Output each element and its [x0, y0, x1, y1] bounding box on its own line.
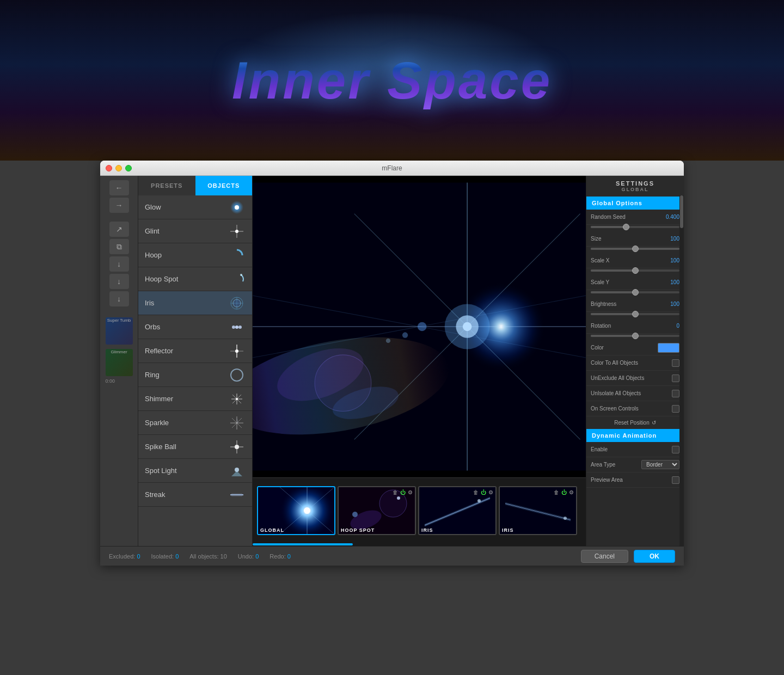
- ok-button[interactable]: OK: [634, 550, 675, 563]
- film-item-1[interactable]: 🗑 ⏻ ⚙ HOOP SPOT: [338, 486, 416, 535]
- scale-x-slider-row[interactable]: [586, 268, 684, 275]
- on-screen-checkbox[interactable]: [672, 405, 679, 413]
- object-item-reflector[interactable]: Reflector: [138, 339, 252, 363]
- svg-point-16: [231, 369, 243, 381]
- nav-export-button[interactable]: ↗: [109, 222, 129, 237]
- film-delete-1[interactable]: 🗑: [393, 489, 398, 495]
- nav-download3-button[interactable]: ↓: [109, 291, 129, 306]
- object-icon-iris: [228, 294, 246, 312]
- reset-position-row[interactable]: Reset Position ↺: [586, 416, 684, 429]
- object-label: Glint: [145, 227, 228, 235]
- scale-y-slider[interactable]: [591, 291, 679, 293]
- random-seed-slider[interactable]: [591, 226, 679, 228]
- rotation-slider-row[interactable]: [586, 334, 684, 340]
- copy-icon: ⧉: [117, 242, 122, 251]
- thumbnail-1[interactable]: Super Tumb: [106, 317, 133, 345]
- rotation-slider[interactable]: [591, 335, 679, 337]
- undo-status: Undo: 0: [238, 553, 259, 560]
- film-item-2[interactable]: 🗑 ⏻ ⚙ IRIS: [418, 486, 497, 535]
- object-icon-streak: [228, 486, 246, 504]
- film-power-2[interactable]: ⏻: [481, 489, 486, 495]
- enable-label: Enable: [591, 446, 672, 452]
- svg-point-65: [352, 512, 358, 517]
- filmstrip-scrollbar[interactable]: [253, 543, 586, 546]
- close-button[interactable]: [106, 165, 112, 171]
- size-value: 100: [663, 236, 679, 242]
- film-settings-3[interactable]: ⚙: [569, 489, 574, 495]
- object-item-spot-light[interactable]: Spot Light: [138, 459, 252, 483]
- unexclude-checkbox[interactable]: [672, 375, 679, 382]
- object-item-orbs[interactable]: Orbs: [138, 315, 252, 339]
- nav-forward-button[interactable]: →: [109, 198, 129, 213]
- nav-back-button[interactable]: ←: [109, 180, 129, 195]
- reset-position-label: Reset Position: [614, 420, 649, 426]
- film-delete-3[interactable]: 🗑: [554, 489, 559, 495]
- thumbnail-2[interactable]: Glimmer: [106, 349, 133, 376]
- film-thumb-1[interactable]: 🗑 ⏻ ⚙ HOOP SPOT: [338, 486, 416, 535]
- film-power-1[interactable]: ⏻: [400, 489, 406, 495]
- color-row[interactable]: Color: [586, 340, 684, 355]
- size-slider[interactable]: [591, 248, 679, 250]
- preview-canvas[interactable]: [253, 176, 586, 477]
- size-slider-row[interactable]: [586, 247, 684, 253]
- unisolate-checkbox[interactable]: [672, 390, 679, 397]
- nav-copy-button[interactable]: ⧉: [109, 239, 129, 254]
- tab-presets[interactable]: PRESETS: [138, 176, 195, 195]
- arrow-right-icon: →: [115, 201, 123, 210]
- object-item-spike-ball[interactable]: Spike Ball: [138, 435, 252, 459]
- film-settings-1[interactable]: ⚙: [408, 489, 413, 495]
- object-icon-hoop-spot: [228, 271, 246, 288]
- preview-area: GLOBAL 🗑 ⏻ ⚙ HOOP SPOT 🗑 ⏻ ⚙ IRIS: [253, 176, 586, 546]
- object-label: Iris: [145, 299, 228, 307]
- object-item-glow[interactable]: Glow: [138, 195, 252, 219]
- brightness-slider-row[interactable]: [586, 312, 684, 318]
- film-thumb-0[interactable]: GLOBAL: [257, 486, 335, 535]
- color-swatch[interactable]: [658, 343, 679, 353]
- nav-download1-button[interactable]: ↓: [109, 256, 129, 272]
- object-item-hoop-spot[interactable]: Hoop Spot: [138, 267, 252, 291]
- reset-icon: ↺: [652, 420, 656, 426]
- film-thumb-2[interactable]: 🗑 ⏻ ⚙ IRIS: [418, 486, 497, 535]
- app-body: ← → ↗ ⧉ ↓ ↓ ↓ Super Tumb: [100, 176, 684, 546]
- svg-point-15: [235, 349, 238, 353]
- enable-checkbox[interactable]: [672, 446, 679, 453]
- minimize-button[interactable]: [115, 165, 122, 171]
- unexclude-label: UnExclude All Objects: [591, 375, 672, 381]
- tab-objects[interactable]: OBJECTS: [195, 176, 253, 195]
- size-row: Size 100: [586, 231, 684, 247]
- color-to-all-checkbox[interactable]: [672, 359, 679, 367]
- film-thumb-3[interactable]: 🗑 ⏻ ⚙ IRIS: [499, 486, 577, 535]
- scale-y-slider-row[interactable]: [586, 290, 684, 297]
- settings-panel: SETTINGS GLOBAL Global Options Random Se…: [586, 176, 684, 546]
- random-seed-slider-row[interactable]: [586, 225, 684, 231]
- brightness-slider[interactable]: [591, 313, 679, 315]
- nav-download2-button[interactable]: ↓: [109, 274, 129, 289]
- preview-area-label: Preview Area: [591, 477, 672, 483]
- object-item-shimmer[interactable]: Shimmer: [138, 387, 252, 411]
- object-item-sparkle[interactable]: Sparkle: [138, 411, 252, 435]
- object-item-hoop[interactable]: Hoop: [138, 243, 252, 267]
- object-item-iris[interactable]: Iris: [138, 291, 252, 315]
- maximize-button[interactable]: [125, 165, 132, 171]
- scale-x-slider[interactable]: [591, 269, 679, 272]
- settings-scrollbar[interactable]: [679, 195, 684, 546]
- film-label-0: GLOBAL: [260, 527, 284, 533]
- film-delete-2[interactable]: 🗑: [473, 489, 479, 495]
- main-window: mFlare ← → ↗ ⧉ ↓ ↓ ↓: [100, 161, 684, 566]
- scale-y-label: Scale Y: [591, 279, 663, 285]
- area-type-select[interactable]: Border: [641, 460, 679, 469]
- preview-area-checkbox[interactable]: [672, 476, 679, 484]
- object-item-glint[interactable]: Glint: [138, 219, 252, 243]
- unisolate-row: UnIsolate All Objects: [586, 386, 684, 401]
- object-icon-shimmer: [228, 390, 246, 408]
- film-item-0[interactable]: GLOBAL: [257, 486, 335, 535]
- svg-point-10: [232, 326, 235, 329]
- cancel-button[interactable]: Cancel: [581, 550, 628, 563]
- object-item-streak[interactable]: Streak: [138, 483, 252, 507]
- settings-subheader: GLOBAL: [593, 187, 677, 192]
- film-item-3[interactable]: 🗑 ⏻ ⚙ IRIS: [499, 486, 577, 535]
- object-item-ring[interactable]: Ring: [138, 363, 252, 387]
- film-settings-2[interactable]: ⚙: [488, 489, 493, 495]
- svg-point-5: [240, 274, 242, 276]
- film-power-3[interactable]: ⏻: [561, 489, 567, 495]
